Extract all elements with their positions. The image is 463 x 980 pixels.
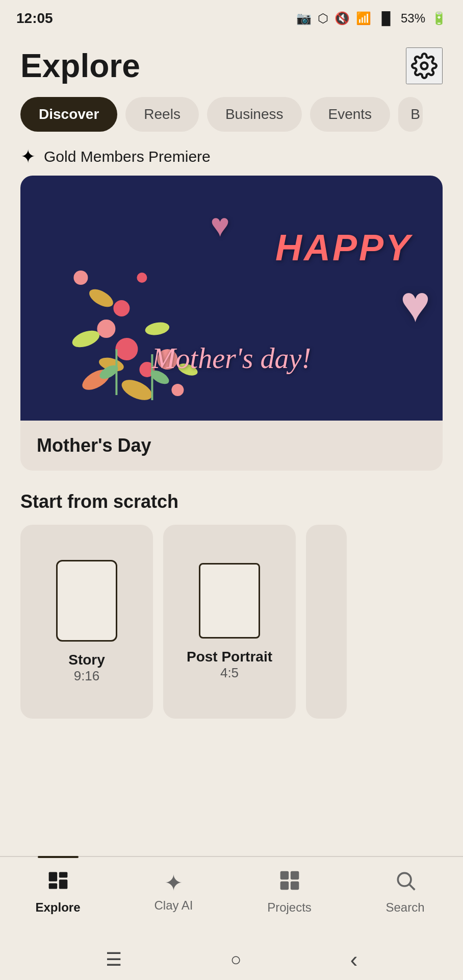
nav-explore[interactable]: Explore	[0, 865, 116, 919]
camera-icon: 📷	[296, 11, 312, 26]
floral-svg	[20, 176, 269, 421]
card-subtitle-text: Mother's day!	[152, 342, 311, 375]
battery-icon: 🔋	[431, 11, 447, 26]
scratch-card-story[interactable]: Story 9:16	[20, 525, 153, 719]
svg-rect-21	[59, 872, 67, 878]
card-happy-text: HAPPY	[275, 227, 412, 268]
android-nav-bar: ☰ ○ ‹	[0, 939, 463, 980]
svg-point-11	[86, 286, 116, 311]
wifi-icon: 📶	[356, 11, 371, 26]
bluetooth-icon: ⬡	[318, 11, 328, 26]
status-icons: 📷 ⬡ 🔇 📶 ▐▌ 53% 🔋	[296, 11, 447, 26]
android-back-btn[interactable]: ‹	[350, 947, 358, 972]
clay-ai-icon: ✦	[164, 872, 183, 894]
clay-ai-label: Clay AI	[154, 898, 193, 913]
post-portrait-label: Post Portrait 4:5	[187, 649, 272, 681]
feature-card-label: Mother's Day	[20, 421, 443, 471]
gold-section-heading: ✦ Gold Members Premiere	[0, 142, 463, 176]
scratch-cards-row: Story 9:16 Post Portrait 4:5	[0, 525, 463, 719]
svg-point-3	[115, 338, 138, 360]
svg-point-28	[398, 873, 411, 886]
post-portrait-name: Post Portrait	[187, 649, 272, 665]
projects-icon	[278, 869, 301, 896]
svg-rect-25	[290, 871, 299, 880]
svg-point-4	[97, 320, 115, 338]
feature-card-mothers-day[interactable]: ♥ ♥ HAPPY Mother's day! Mother's Day	[20, 176, 443, 471]
search-label: Search	[385, 900, 424, 915]
page-title: Explore	[20, 47, 140, 85]
svg-point-7	[119, 376, 156, 404]
svg-point-13	[137, 273, 147, 283]
svg-line-29	[409, 885, 415, 890]
svg-rect-23	[48, 884, 57, 889]
feature-card-image: ♥ ♥ HAPPY Mother's day!	[20, 176, 443, 421]
mute-icon: 🔇	[335, 11, 350, 26]
story-icon	[56, 560, 117, 642]
svg-point-14	[171, 384, 184, 396]
svg-rect-20	[48, 872, 57, 881]
header: Explore	[0, 37, 463, 93]
android-menu-btn[interactable]: ☰	[106, 949, 122, 970]
tab-discover[interactable]: Discover	[20, 97, 117, 132]
tab-more[interactable]: B	[398, 97, 423, 132]
signal-icon: ▐▌	[377, 11, 395, 26]
projects-label: Projects	[267, 900, 312, 915]
svg-rect-22	[59, 879, 67, 889]
svg-point-5	[70, 327, 101, 350]
svg-rect-24	[280, 871, 289, 880]
status-time: 12:05	[16, 10, 53, 27]
svg-point-10	[113, 300, 130, 316]
nav-search[interactable]: Search	[347, 865, 463, 919]
status-bar: 12:05 📷 ⬡ 🔇 📶 ▐▌ 53% 🔋	[0, 0, 463, 37]
svg-rect-27	[290, 881, 299, 890]
gear-icon	[411, 53, 438, 79]
post-portrait-icon	[199, 563, 260, 639]
scratch-card-partial	[306, 525, 347, 719]
card-image-content: ♥ ♥ HAPPY Mother's day!	[20, 176, 443, 421]
battery-label: 53%	[401, 11, 425, 26]
nav-projects[interactable]: Projects	[232, 865, 347, 919]
tab-reels[interactable]: Reels	[125, 97, 199, 132]
scratch-section-heading: Start from scratch	[0, 487, 463, 525]
explore-icon	[47, 869, 69, 896]
heart-right-icon: ♥	[400, 275, 430, 333]
svg-rect-26	[280, 881, 289, 890]
tab-business[interactable]: Business	[207, 97, 302, 132]
story-name: Story	[68, 652, 105, 668]
tabs-row: Discover Reels Business Events B	[0, 93, 463, 142]
svg-point-12	[73, 271, 88, 285]
tab-events[interactable]: Events	[310, 97, 391, 132]
explore-label: Explore	[35, 900, 80, 915]
svg-point-0	[421, 63, 428, 69]
settings-button[interactable]	[406, 47, 443, 84]
scratch-card-post-portrait[interactable]: Post Portrait 4:5	[163, 525, 296, 719]
android-home-btn[interactable]: ○	[230, 949, 242, 970]
post-portrait-ratio: 4:5	[187, 665, 272, 681]
svg-point-9	[144, 321, 170, 337]
gold-star-icon: ✦	[20, 146, 36, 167]
heart-top-icon: ♥	[211, 206, 230, 244]
story-label: Story 9:16	[68, 652, 105, 684]
nav-clay-ai[interactable]: ✦ Clay AI	[116, 868, 232, 917]
story-ratio: 9:16	[68, 668, 105, 684]
bottom-nav: Explore ✦ Clay AI Projects Search	[0, 856, 463, 939]
gold-section-label: Gold Members Premiere	[44, 148, 211, 165]
search-icon	[394, 869, 417, 896]
